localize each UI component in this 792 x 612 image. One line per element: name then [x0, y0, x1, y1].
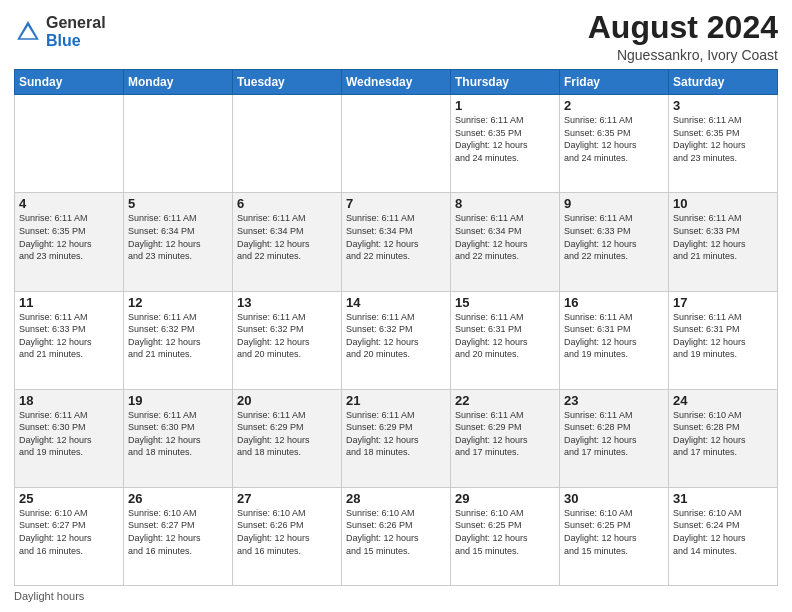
logo-general: General — [46, 14, 106, 31]
day-number: 3 — [673, 98, 773, 113]
week-row-4: 18Sunrise: 6:11 AM Sunset: 6:30 PM Dayli… — [15, 389, 778, 487]
day-info: Sunrise: 6:11 AM Sunset: 6:34 PM Dayligh… — [455, 212, 555, 262]
title-area: August 2024 Nguessankro, Ivory Coast — [588, 10, 778, 63]
weekday-header-sunday: Sunday — [15, 70, 124, 95]
day-number: 9 — [564, 196, 664, 211]
day-number: 31 — [673, 491, 773, 506]
day-number: 24 — [673, 393, 773, 408]
calendar-cell: 25Sunrise: 6:10 AM Sunset: 6:27 PM Dayli… — [15, 487, 124, 585]
day-number: 5 — [128, 196, 228, 211]
day-info: Sunrise: 6:11 AM Sunset: 6:29 PM Dayligh… — [455, 409, 555, 459]
day-number: 18 — [19, 393, 119, 408]
day-info: Sunrise: 6:10 AM Sunset: 6:26 PM Dayligh… — [346, 507, 446, 557]
day-number: 16 — [564, 295, 664, 310]
day-number: 26 — [128, 491, 228, 506]
weekday-header-saturday: Saturday — [669, 70, 778, 95]
logo-icon — [14, 18, 42, 46]
day-number: 7 — [346, 196, 446, 211]
day-info: Sunrise: 6:10 AM Sunset: 6:25 PM Dayligh… — [455, 507, 555, 557]
calendar-cell: 6Sunrise: 6:11 AM Sunset: 6:34 PM Daylig… — [233, 193, 342, 291]
calendar-cell: 16Sunrise: 6:11 AM Sunset: 6:31 PM Dayli… — [560, 291, 669, 389]
calendar-cell: 14Sunrise: 6:11 AM Sunset: 6:32 PM Dayli… — [342, 291, 451, 389]
day-number: 2 — [564, 98, 664, 113]
day-info: Sunrise: 6:11 AM Sunset: 6:32 PM Dayligh… — [128, 311, 228, 361]
calendar-cell: 15Sunrise: 6:11 AM Sunset: 6:31 PM Dayli… — [451, 291, 560, 389]
day-info: Sunrise: 6:11 AM Sunset: 6:35 PM Dayligh… — [564, 114, 664, 164]
calendar-cell: 24Sunrise: 6:10 AM Sunset: 6:28 PM Dayli… — [669, 389, 778, 487]
header: General Blue August 2024 Nguessankro, Iv… — [14, 10, 778, 63]
day-number: 13 — [237, 295, 337, 310]
footer: Daylight hours — [14, 590, 778, 602]
footer-label: Daylight hours — [14, 590, 84, 602]
day-info: Sunrise: 6:11 AM Sunset: 6:29 PM Dayligh… — [237, 409, 337, 459]
day-info: Sunrise: 6:10 AM Sunset: 6:26 PM Dayligh… — [237, 507, 337, 557]
day-number: 14 — [346, 295, 446, 310]
day-info: Sunrise: 6:10 AM Sunset: 6:25 PM Dayligh… — [564, 507, 664, 557]
calendar-cell — [124, 95, 233, 193]
weekday-header-row: SundayMondayTuesdayWednesdayThursdayFrid… — [15, 70, 778, 95]
calendar-cell: 17Sunrise: 6:11 AM Sunset: 6:31 PM Dayli… — [669, 291, 778, 389]
calendar-cell: 2Sunrise: 6:11 AM Sunset: 6:35 PM Daylig… — [560, 95, 669, 193]
week-row-2: 4Sunrise: 6:11 AM Sunset: 6:35 PM Daylig… — [15, 193, 778, 291]
calendar-cell: 1Sunrise: 6:11 AM Sunset: 6:35 PM Daylig… — [451, 95, 560, 193]
calendar-cell: 20Sunrise: 6:11 AM Sunset: 6:29 PM Dayli… — [233, 389, 342, 487]
calendar-cell: 12Sunrise: 6:11 AM Sunset: 6:32 PM Dayli… — [124, 291, 233, 389]
calendar-cell: 9Sunrise: 6:11 AM Sunset: 6:33 PM Daylig… — [560, 193, 669, 291]
day-info: Sunrise: 6:11 AM Sunset: 6:35 PM Dayligh… — [673, 114, 773, 164]
calendar-cell: 27Sunrise: 6:10 AM Sunset: 6:26 PM Dayli… — [233, 487, 342, 585]
weekday-header-friday: Friday — [560, 70, 669, 95]
day-info: Sunrise: 6:11 AM Sunset: 6:33 PM Dayligh… — [673, 212, 773, 262]
day-info: Sunrise: 6:11 AM Sunset: 6:35 PM Dayligh… — [455, 114, 555, 164]
weekday-header-wednesday: Wednesday — [342, 70, 451, 95]
calendar-cell: 23Sunrise: 6:11 AM Sunset: 6:28 PM Dayli… — [560, 389, 669, 487]
day-info: Sunrise: 6:11 AM Sunset: 6:34 PM Dayligh… — [128, 212, 228, 262]
calendar-title: August 2024 — [588, 10, 778, 45]
calendar-cell: 8Sunrise: 6:11 AM Sunset: 6:34 PM Daylig… — [451, 193, 560, 291]
day-number: 4 — [19, 196, 119, 211]
day-number: 21 — [346, 393, 446, 408]
week-row-5: 25Sunrise: 6:10 AM Sunset: 6:27 PM Dayli… — [15, 487, 778, 585]
logo-blue: Blue — [46, 32, 81, 49]
calendar-subtitle: Nguessankro, Ivory Coast — [588, 47, 778, 63]
logo-text: General Blue — [46, 14, 106, 49]
day-number: 28 — [346, 491, 446, 506]
day-info: Sunrise: 6:11 AM Sunset: 6:32 PM Dayligh… — [237, 311, 337, 361]
day-info: Sunrise: 6:11 AM Sunset: 6:30 PM Dayligh… — [128, 409, 228, 459]
day-number: 25 — [19, 491, 119, 506]
calendar-cell: 18Sunrise: 6:11 AM Sunset: 6:30 PM Dayli… — [15, 389, 124, 487]
day-number: 8 — [455, 196, 555, 211]
logo: General Blue — [14, 14, 106, 49]
day-number: 12 — [128, 295, 228, 310]
calendar-table: SundayMondayTuesdayWednesdayThursdayFrid… — [14, 69, 778, 586]
day-info: Sunrise: 6:11 AM Sunset: 6:31 PM Dayligh… — [564, 311, 664, 361]
calendar-cell: 10Sunrise: 6:11 AM Sunset: 6:33 PM Dayli… — [669, 193, 778, 291]
day-info: Sunrise: 6:11 AM Sunset: 6:31 PM Dayligh… — [455, 311, 555, 361]
day-number: 22 — [455, 393, 555, 408]
calendar-cell: 28Sunrise: 6:10 AM Sunset: 6:26 PM Dayli… — [342, 487, 451, 585]
calendar-page: General Blue August 2024 Nguessankro, Iv… — [0, 0, 792, 612]
calendar-cell: 31Sunrise: 6:10 AM Sunset: 6:24 PM Dayli… — [669, 487, 778, 585]
day-info: Sunrise: 6:11 AM Sunset: 6:34 PM Dayligh… — [237, 212, 337, 262]
day-info: Sunrise: 6:11 AM Sunset: 6:34 PM Dayligh… — [346, 212, 446, 262]
day-number: 23 — [564, 393, 664, 408]
day-info: Sunrise: 6:11 AM Sunset: 6:33 PM Dayligh… — [564, 212, 664, 262]
day-number: 10 — [673, 196, 773, 211]
day-number: 6 — [237, 196, 337, 211]
calendar-cell: 22Sunrise: 6:11 AM Sunset: 6:29 PM Dayli… — [451, 389, 560, 487]
day-info: Sunrise: 6:10 AM Sunset: 6:24 PM Dayligh… — [673, 507, 773, 557]
calendar-cell: 29Sunrise: 6:10 AM Sunset: 6:25 PM Dayli… — [451, 487, 560, 585]
day-info: Sunrise: 6:11 AM Sunset: 6:29 PM Dayligh… — [346, 409, 446, 459]
day-info: Sunrise: 6:10 AM Sunset: 6:27 PM Dayligh… — [19, 507, 119, 557]
calendar-cell: 7Sunrise: 6:11 AM Sunset: 6:34 PM Daylig… — [342, 193, 451, 291]
weekday-header-monday: Monday — [124, 70, 233, 95]
day-number: 30 — [564, 491, 664, 506]
calendar-cell — [233, 95, 342, 193]
day-number: 19 — [128, 393, 228, 408]
calendar-cell: 30Sunrise: 6:10 AM Sunset: 6:25 PM Dayli… — [560, 487, 669, 585]
week-row-3: 11Sunrise: 6:11 AM Sunset: 6:33 PM Dayli… — [15, 291, 778, 389]
calendar-cell: 21Sunrise: 6:11 AM Sunset: 6:29 PM Dayli… — [342, 389, 451, 487]
calendar-cell: 5Sunrise: 6:11 AM Sunset: 6:34 PM Daylig… — [124, 193, 233, 291]
day-info: Sunrise: 6:10 AM Sunset: 6:28 PM Dayligh… — [673, 409, 773, 459]
calendar-cell: 26Sunrise: 6:10 AM Sunset: 6:27 PM Dayli… — [124, 487, 233, 585]
day-number: 1 — [455, 98, 555, 113]
